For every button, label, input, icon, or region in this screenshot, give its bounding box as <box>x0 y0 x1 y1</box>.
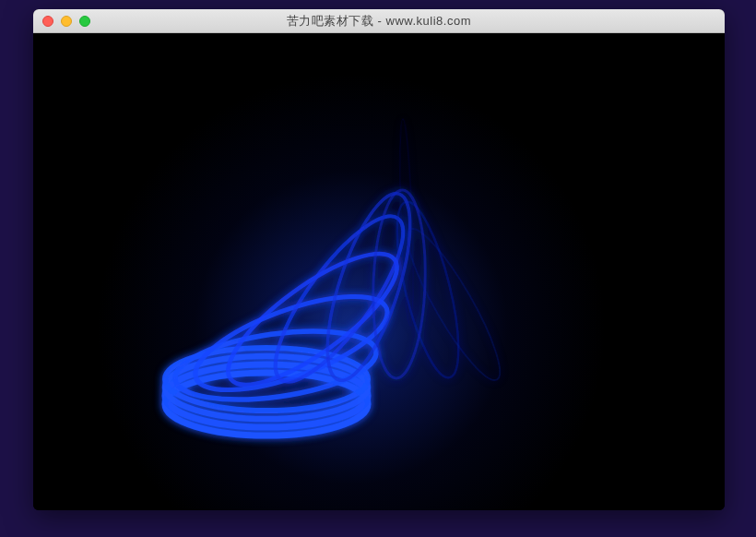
titlebar: 苦力吧素材下载 - www.kuli8.com <box>33 9 725 33</box>
slinky-animation <box>33 33 725 510</box>
traffic-lights <box>42 16 90 27</box>
content-area <box>33 33 725 510</box>
close-icon[interactable] <box>42 16 53 27</box>
window-title: 苦力吧素材下载 - www.kuli8.com <box>33 13 725 30</box>
maximize-icon[interactable] <box>79 16 90 27</box>
browser-window: 苦力吧素材下载 - www.kuli8.com <box>33 9 725 510</box>
minimize-icon[interactable] <box>61 16 72 27</box>
svg-point-8 <box>311 185 427 388</box>
